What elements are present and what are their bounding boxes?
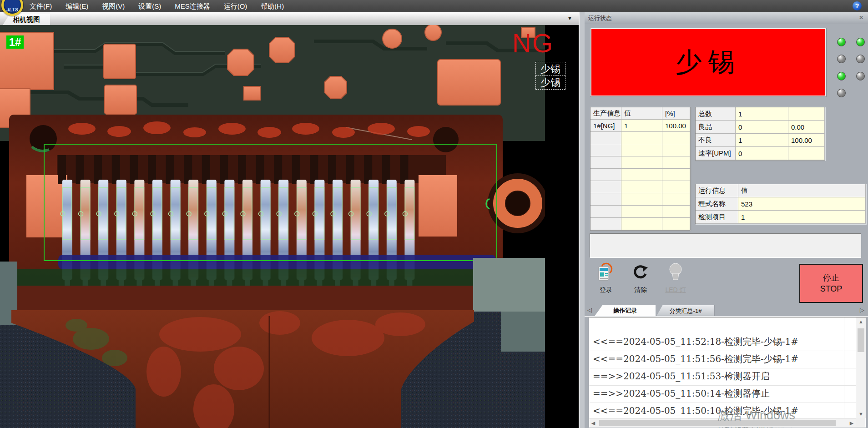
log-entry[interactable]: ==>>2024-05-05_11:50:14-检测器停止	[589, 386, 856, 403]
clear-button[interactable]: 清除	[625, 262, 656, 292]
stop-label-en: STOP	[820, 283, 843, 294]
table-cell	[662, 181, 690, 193]
table-row	[590, 181, 690, 193]
menu-item[interactable]: MES连接器	[168, 0, 217, 12]
menu-item[interactable]: 视图(V)	[95, 0, 131, 12]
table-cell	[621, 169, 662, 181]
status-led-green	[837, 38, 846, 46]
table-cell: 1	[736, 134, 788, 147]
log-tab-bar: ◁ 操作记录 分类汇总-1# ▷	[585, 304, 868, 317]
table-cell: 100.00	[788, 134, 825, 147]
table-cell	[590, 181, 621, 193]
table-row: 良品00.00	[696, 121, 825, 134]
scroll-right-icon[interactable]: ▶	[849, 420, 854, 426]
status-led-gray	[856, 55, 865, 63]
tab-operation-log[interactable]: 操作记录	[595, 305, 656, 316]
table-cell	[662, 169, 690, 181]
table-cell: 1#[NG]	[590, 120, 621, 132]
status-led-green	[856, 38, 865, 46]
table-cell: 0	[736, 147, 788, 160]
status-panel-title: 运行状态	[588, 14, 612, 22]
table-header-cell: 值	[738, 184, 866, 197]
log-entry[interactable]: <<==2024-05-05_11:51:56-检测完毕-少锡-1#	[589, 351, 856, 368]
table-cell: 0	[736, 121, 788, 134]
menu-item[interactable]: 文件(F)	[23, 0, 59, 12]
status-led-gray	[856, 72, 865, 81]
scroll-down-icon[interactable]: ▼	[856, 411, 866, 417]
run-info-table: 运行信息值程式名称523检测项目1	[695, 184, 866, 224]
table-row	[590, 156, 690, 169]
log-entry[interactable]: ==>>2024-05-05_11:51:53-检测器开启	[589, 368, 856, 386]
status-led-gray	[837, 89, 846, 97]
help-icon[interactable]: ?	[853, 1, 862, 10]
log-column-divider	[844, 317, 844, 418]
camera-tab-strip: 相机视图 ▼	[0, 12, 579, 25]
table-row	[590, 144, 690, 156]
id-badge-icon	[596, 262, 616, 283]
table-cell	[662, 144, 690, 156]
defect-tag: 少锡	[535, 76, 565, 90]
table-row: 不良1100.00	[696, 134, 825, 147]
table-cell	[590, 193, 621, 206]
led-light-button[interactable]: LED 灯	[660, 262, 691, 292]
table-header-cell: 值	[621, 107, 662, 120]
login-button[interactable]: 登录	[590, 262, 622, 292]
stop-button[interactable]: 停止 STOP	[799, 264, 863, 303]
table-cell: 100.00	[662, 120, 690, 132]
horizontal-scrollbar[interactable]: ◀ ▶	[589, 418, 856, 427]
vertical-scrollbar[interactable]: ▲ ▼	[856, 317, 866, 418]
led-bulb-icon	[666, 262, 686, 283]
table-cell: 1	[738, 211, 866, 224]
menu-item[interactable]: 设置(S)	[131, 0, 168, 12]
tab-scroll-right-icon[interactable]: ▷	[860, 307, 864, 313]
table-cell	[662, 193, 690, 206]
scrollbar-corner	[856, 418, 865, 427]
table-row	[590, 206, 690, 218]
table-row	[590, 132, 690, 144]
vertical-scroll-thumb[interactable]	[858, 328, 864, 352]
camera-view[interactable]: 1# NG 少锡 少锡	[0, 25, 579, 428]
table-cell	[788, 107, 825, 121]
menu-item[interactable]: 运行(O)	[217, 0, 254, 12]
table-cell	[590, 169, 621, 181]
menu-item[interactable]: 编辑(E)	[59, 0, 95, 12]
tab-scroll-left-icon[interactable]: ◁	[587, 307, 592, 313]
table-cell	[590, 218, 621, 230]
alarm-text: 少锡	[676, 45, 741, 80]
tab-class-summary[interactable]: 分类汇总-1#	[656, 305, 715, 316]
operation-log-list[interactable]: <<==2024-05-05_11:52:18-检测完毕-少锡-1#<<==20…	[589, 317, 866, 428]
alarm-banner: 少锡	[590, 28, 826, 96]
table-cell	[590, 156, 621, 169]
chevron-down-icon[interactable]: ▼	[567, 15, 572, 21]
table-row: 1#[NG]1100.00	[590, 120, 690, 132]
production-table: 生产信息值[%]1#[NG]1100.00	[590, 107, 691, 231]
scroll-up-icon[interactable]: ▲	[856, 319, 866, 324]
table-cell	[590, 132, 621, 144]
log-entry[interactable]: <<==2024-05-05_11:50:10-检测完毕-少锡-1#	[589, 403, 856, 418]
table-header-cell: 生产信息	[590, 107, 621, 120]
inspection-result-text: NG	[512, 28, 554, 58]
menu-item[interactable]: 帮助(H)	[254, 0, 291, 12]
menu-items: 文件(F)编辑(E)视图(V)设置(S)MES连接器运行(O)帮助(H)	[23, 0, 291, 12]
table-cell	[788, 147, 825, 160]
log-entry[interactable]: <<==2024-05-05_11:52:18-检测完毕-少锡-1#	[589, 334, 856, 351]
table-cell: 良品	[696, 121, 736, 134]
table-cell	[662, 156, 690, 169]
horizontal-scroll-thumb[interactable]	[599, 420, 836, 426]
scroll-left-icon[interactable]: ◀	[590, 420, 596, 426]
stats-table: 总数1良品00.00不良1100.00速率[UPM]0	[695, 107, 825, 161]
table-cell	[621, 206, 662, 218]
table-header-cell: [%]	[662, 107, 690, 120]
table-header-cell: 运行信息	[696, 184, 738, 197]
table-cell: 速率[UPM]	[696, 147, 736, 160]
menu-bar: JLTS 文件(F)编辑(E)视图(V)设置(S)MES连接器运行(O)帮助(H…	[0, 0, 868, 12]
table-row: 检测项目1	[696, 211, 866, 224]
table-cell	[621, 156, 662, 169]
table-row	[590, 218, 690, 230]
table-cell	[621, 218, 662, 230]
table-cell: 不良	[696, 134, 736, 147]
status-panel-header: 运行状态 ×	[585, 12, 868, 24]
table-row: 生产信息值[%]	[590, 107, 690, 120]
close-icon[interactable]: ×	[859, 13, 863, 22]
table-row: 总数1	[696, 107, 825, 121]
